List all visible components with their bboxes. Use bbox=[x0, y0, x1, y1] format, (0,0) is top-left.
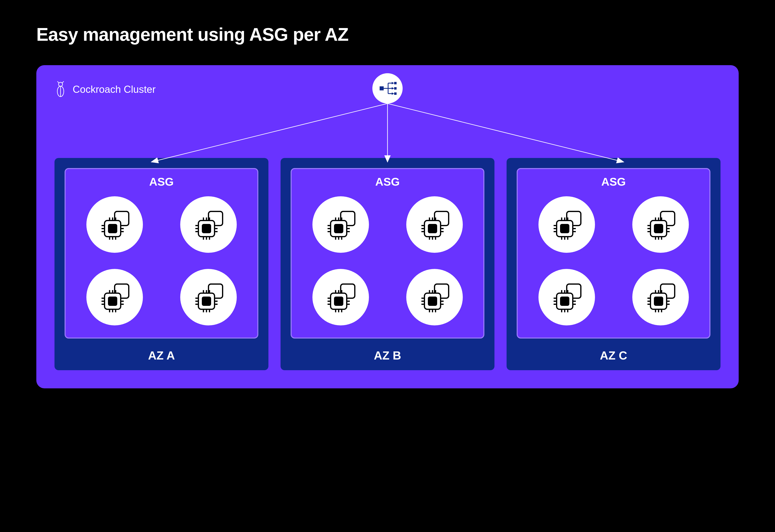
az-label: AZ A bbox=[148, 349, 175, 362]
svg-rect-143 bbox=[561, 225, 569, 233]
compute-node-icon bbox=[539, 196, 595, 253]
svg-rect-68 bbox=[202, 297, 210, 305]
az-box-b: ASG bbox=[280, 158, 495, 370]
node-grid bbox=[302, 196, 473, 325]
compute-node-icon bbox=[180, 196, 237, 253]
compute-node-icon bbox=[539, 269, 595, 325]
cluster-label: Cockroach Cluster bbox=[73, 84, 156, 95]
compute-node-icon bbox=[86, 196, 143, 253]
node-grid bbox=[528, 196, 699, 325]
az-label: AZ C bbox=[600, 349, 627, 362]
svg-rect-13 bbox=[394, 87, 397, 90]
node-grid bbox=[76, 196, 247, 325]
cockroach-icon bbox=[54, 81, 67, 97]
svg-line-2 bbox=[62, 81, 64, 83]
compute-node-icon bbox=[180, 269, 237, 325]
compute-node-icon bbox=[406, 196, 463, 253]
distribution-arrows bbox=[36, 101, 739, 166]
svg-marker-12 bbox=[392, 87, 394, 90]
cluster-panel: Cockroach Cluster bbox=[36, 65, 739, 388]
asg-box: ASG bbox=[291, 168, 484, 339]
az-box-c: ASG bbox=[507, 158, 721, 370]
asg-box: ASG bbox=[65, 168, 258, 339]
load-balancer-icon bbox=[372, 73, 403, 103]
compute-node-icon bbox=[632, 269, 689, 325]
svg-rect-16 bbox=[394, 92, 397, 95]
asg-label: ASG bbox=[601, 175, 626, 188]
svg-rect-38 bbox=[202, 225, 210, 233]
svg-line-1 bbox=[57, 81, 59, 83]
svg-rect-5 bbox=[379, 86, 384, 90]
svg-marker-9 bbox=[392, 82, 394, 84]
svg-rect-113 bbox=[334, 297, 343, 305]
asg-label: ASG bbox=[375, 175, 400, 188]
compute-node-icon bbox=[632, 196, 689, 253]
svg-rect-158 bbox=[655, 225, 663, 233]
svg-rect-23 bbox=[109, 225, 117, 233]
svg-line-20 bbox=[388, 103, 624, 162]
asg-box: ASG bbox=[517, 168, 710, 339]
asg-label: ASG bbox=[149, 175, 173, 188]
svg-marker-15 bbox=[392, 92, 394, 95]
svg-line-18 bbox=[151, 103, 388, 162]
svg-rect-188 bbox=[655, 297, 663, 305]
compute-node-icon bbox=[312, 196, 369, 253]
svg-rect-53 bbox=[109, 297, 117, 305]
compute-node-icon bbox=[312, 269, 369, 325]
svg-rect-128 bbox=[429, 297, 437, 305]
diagram-title: Easy management using ASG per AZ bbox=[36, 24, 739, 45]
svg-rect-10 bbox=[394, 82, 397, 84]
az-label: AZ B bbox=[374, 349, 401, 362]
svg-rect-83 bbox=[334, 225, 343, 233]
availability-zone-row: ASG bbox=[54, 158, 721, 370]
svg-point-0 bbox=[59, 82, 63, 86]
svg-rect-173 bbox=[561, 297, 569, 305]
svg-rect-98 bbox=[429, 225, 437, 233]
compute-node-icon bbox=[86, 269, 143, 325]
compute-node-icon bbox=[406, 269, 463, 325]
az-box-a: ASG bbox=[54, 158, 268, 370]
